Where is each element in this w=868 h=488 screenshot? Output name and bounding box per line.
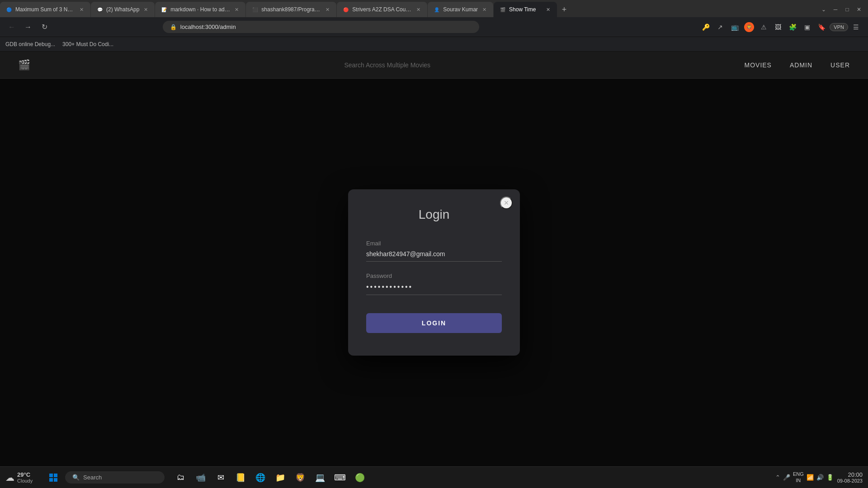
login-modal: × Login Email shekhar824947@gmail.com Pa… xyxy=(348,189,520,356)
bookmark-2-label: 300+ Must Do Codi... xyxy=(62,41,113,47)
tab-1-close[interactable]: ✕ xyxy=(78,6,85,13)
app-search[interactable]: Search Across Multiple Movies xyxy=(30,61,745,69)
taskbar-app-notes[interactable]: 📒 xyxy=(231,469,250,487)
new-tab-button[interactable]: + xyxy=(557,2,571,17)
address-actions: 🔑 ↗ 📺 🦁 ⚠ 🖼 🧩 ▣ 🔖 VPN ☰ xyxy=(699,21,863,33)
email-value[interactable]: shekhar824947@gmail.com xyxy=(366,250,502,262)
taskbar-app-brave[interactable]: 🦁 xyxy=(291,469,309,487)
nav-movies[interactable]: MOVIES xyxy=(745,61,772,69)
tab-1-favicon: 🔵 xyxy=(5,6,13,13)
tab-4-close[interactable]: ✕ xyxy=(324,6,331,13)
key-icon[interactable]: 🔑 xyxy=(699,21,712,33)
tab-2[interactable]: 💬 (2) WhatsApp ✕ xyxy=(91,2,155,17)
nav-admin[interactable]: ADMIN xyxy=(790,61,812,69)
bookmark-2[interactable]: 300+ Must Do Codi... xyxy=(62,41,113,47)
tab-7-title: Show Time xyxy=(509,6,542,13)
brave-shield: 🦁 xyxy=(744,22,754,32)
tab-2-close[interactable]: ✕ xyxy=(142,6,149,13)
close-window-button[interactable]: ✕ xyxy=(854,4,864,15)
back-button[interactable]: ← xyxy=(5,21,18,33)
taskbar-app-files[interactable]: 📁 xyxy=(271,469,289,487)
email-label: Email xyxy=(366,240,502,247)
win-square-4 xyxy=(54,478,57,482)
weather-info: 29°C Cloudy xyxy=(17,471,33,483)
bookmarks-icon[interactable]: 🔖 xyxy=(815,21,828,33)
app-main: × Login Email shekhar824947@gmail.com Pa… xyxy=(0,79,868,466)
browser-frame: 🔵 Maximum Sum of 3 Non-C ✕ 💬 (2) WhatsAp… xyxy=(0,0,868,488)
tab-4[interactable]: ⬛ shashank8987/Programmo ✕ xyxy=(246,2,336,17)
tab-7-active[interactable]: 🎬 Show Time ✕ xyxy=(494,2,557,17)
taskbar-app-teams[interactable]: 📹 xyxy=(192,469,210,487)
taskbar-app-vscode[interactable]: 💻 xyxy=(311,469,329,487)
battery-icon[interactable]: 🔋 xyxy=(826,474,834,481)
share-icon[interactable]: ↗ xyxy=(714,21,726,33)
taskbar-clock[interactable]: 20:00 09-08-2023 xyxy=(837,471,863,483)
taskbar-app-terminal[interactable]: ⌨ xyxy=(331,469,349,487)
tab-3-close[interactable]: ✕ xyxy=(233,6,240,13)
tab-6-close[interactable]: ✕ xyxy=(481,6,488,13)
forward-button[interactable]: → xyxy=(22,21,34,33)
modal-overlay[interactable]: × Login Email shekhar824947@gmail.com Pa… xyxy=(0,79,868,466)
restore-button[interactable]: □ xyxy=(842,4,853,15)
start-button[interactable] xyxy=(45,469,61,486)
cast-icon[interactable]: 📺 xyxy=(728,21,741,33)
tab-6-favicon: 👤 xyxy=(433,6,440,13)
tab-5-favicon: 🔴 xyxy=(342,6,349,13)
wifi-icon[interactable]: 📶 xyxy=(807,474,814,481)
windows-logo xyxy=(49,474,57,482)
tab-3-favicon: 📝 xyxy=(160,6,168,13)
extensions-icon[interactable]: 🧩 xyxy=(786,21,799,33)
tab-2-favicon: 💬 xyxy=(96,6,104,13)
mic-icon[interactable]: 🎤 xyxy=(783,474,790,481)
menu-icon[interactable]: ☰ xyxy=(850,21,863,33)
tab-3[interactable]: 📝 markdown · How to add i ✕ xyxy=(155,2,245,17)
taskbar-right: ⌃ 🎤 ENG IN 📶 🔊 🔋 20:00 09-08-2023 xyxy=(775,471,863,483)
modal-close-button[interactable]: × xyxy=(500,197,513,209)
weather-condition: Cloudy xyxy=(17,478,33,483)
screenshot-icon[interactable]: 🖼 xyxy=(772,21,784,33)
tab-1[interactable]: 🔵 Maximum Sum of 3 Non-C ✕ xyxy=(0,2,90,17)
app-nav: MOVIES ADMIN USER xyxy=(745,61,850,69)
nav-user[interactable]: USER xyxy=(830,61,850,69)
warning-icon[interactable]: ⚠ xyxy=(757,21,770,33)
tab-3-title: markdown · How to add i xyxy=(170,6,230,13)
volume-icon[interactable]: 🔊 xyxy=(816,474,824,481)
win-square-2 xyxy=(54,474,57,477)
bookmark-1[interactable]: GDB online Debug... xyxy=(5,41,55,47)
tab-5[interactable]: 🔴 Strivers A2Z DSA Course/ ✕ xyxy=(337,2,427,17)
tab-5-close[interactable]: ✕ xyxy=(415,6,422,13)
brave-shield-icon[interactable]: 🦁 xyxy=(743,21,755,33)
tab-4-favicon: ⬛ xyxy=(251,6,259,13)
win-square-1 xyxy=(49,474,53,477)
taskbar-up-arrow[interactable]: ⌃ xyxy=(775,474,780,481)
lock-icon: 🔒 xyxy=(170,24,177,30)
address-input[interactable]: 🔒 localhost:3000/admin xyxy=(163,21,479,33)
weather-temp: 29°C xyxy=(17,471,33,478)
tab-2-title: (2) WhatsApp xyxy=(106,6,139,13)
win-square-3 xyxy=(49,478,53,482)
login-button[interactable]: LOGIN xyxy=(366,313,502,333)
taskbar-app-file-explorer[interactable]: 🗂 xyxy=(172,469,190,487)
reload-button[interactable]: ↻ xyxy=(38,21,51,33)
password-label: Password xyxy=(366,272,502,279)
taskbar-weather: ☁ 29°C Cloudy xyxy=(5,471,42,483)
app-logo[interactable]: 🎬 xyxy=(18,59,30,71)
taskbar-app-edge[interactable]: 🌐 xyxy=(251,469,269,487)
password-value[interactable]: •••••••••••• xyxy=(366,283,502,295)
taskbar: ☁ 29°C Cloudy 🔍 Search 🗂 📹 ✉ 📒 🌐 � xyxy=(0,466,868,488)
sidebar-icon[interactable]: ▣ xyxy=(801,21,813,33)
taskbar-search-text: Search xyxy=(83,474,102,481)
minimize-button[interactable]: ─ xyxy=(830,4,841,15)
clock-time: 20:00 xyxy=(837,471,863,478)
tab-7-close[interactable]: ✕ xyxy=(544,6,552,13)
taskbar-search[interactable]: 🔍 Search xyxy=(65,471,165,483)
region-text: IN xyxy=(793,478,804,483)
taskbar-app-spotify[interactable]: 🟢 xyxy=(351,469,369,487)
tab-6[interactable]: 👤 Sourav Kumar ✕ xyxy=(428,2,493,17)
taskbar-app-mail[interactable]: ✉ xyxy=(212,469,230,487)
email-group: Email shekhar824947@gmail.com xyxy=(366,240,502,262)
taskbar-apps: 🗂 📹 ✉ 📒 🌐 📁 🦁 💻 ⌨ 🟢 xyxy=(172,469,369,487)
vpn-badge[interactable]: VPN xyxy=(830,23,848,31)
tab-list-button[interactable]: ⌄ xyxy=(818,4,829,15)
bookmarks-bar: GDB online Debug... 300+ Must Do Codi... xyxy=(0,37,868,52)
